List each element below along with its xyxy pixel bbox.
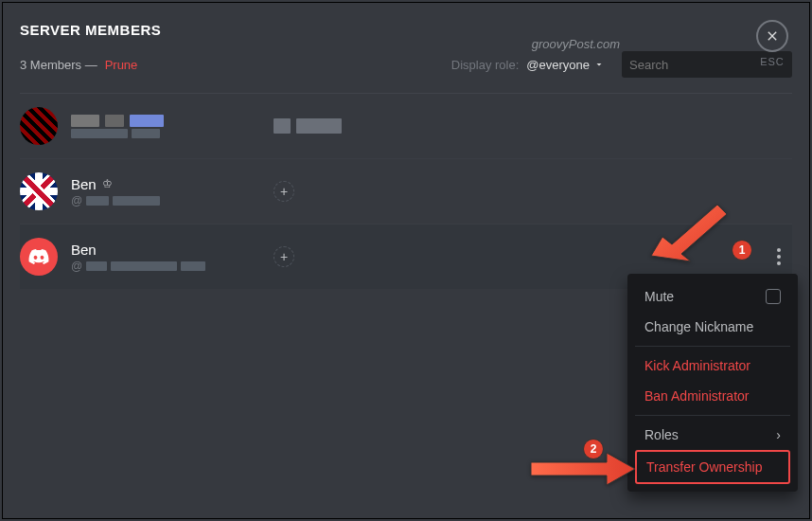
owner-crown-icon: ♔	[102, 177, 113, 190]
avatar	[20, 107, 58, 145]
chevron-down-icon	[593, 59, 605, 70]
more-vertical-icon	[777, 248, 781, 265]
menu-change-nickname[interactable]: Change Nickname	[635, 312, 790, 342]
menu-roles[interactable]: Roles ›	[635, 420, 790, 450]
display-role-label: Display role:	[451, 58, 520, 72]
menu-ban[interactable]: Ban Administrator	[635, 381, 790, 411]
menu-label: Transfer Ownership	[646, 459, 762, 475]
page-title: SERVER MEMBERS	[20, 22, 792, 38]
esc-label: ESC	[756, 56, 788, 67]
avatar	[20, 172, 58, 210]
add-role-button[interactable]: +	[274, 181, 294, 202]
menu-label: Change Nickname	[644, 319, 753, 334]
watermark: groovyPost.com	[532, 37, 620, 51]
svg-marker-0	[651, 205, 727, 261]
prune-link[interactable]: Prune	[105, 58, 138, 72]
menu-mute[interactable]: Mute	[635, 281, 790, 312]
member-name: Ben	[71, 176, 97, 192]
context-menu: Mute Change Nickname Kick Administrator …	[627, 274, 798, 492]
close-button[interactable]	[756, 20, 788, 52]
member-count: 3 Members —	[20, 58, 97, 72]
member-handle: @	[71, 260, 82, 273]
menu-kick[interactable]: Kick Administrator	[635, 350, 790, 381]
role-filter-dropdown[interactable]: @everyone	[526, 58, 605, 72]
close-icon	[765, 28, 780, 44]
checkbox-icon	[766, 289, 781, 304]
menu-label: Roles	[644, 427, 679, 442]
menu-label: Mute	[644, 289, 674, 304]
annotation-arrow	[531, 453, 635, 489]
menu-separator	[635, 346, 790, 347]
annotation-badge: 2	[583, 439, 604, 459]
member-more-button[interactable]	[771, 243, 786, 271]
chevron-right-icon: ›	[776, 427, 781, 442]
add-role-button[interactable]: +	[274, 246, 294, 267]
member-name: Ben	[71, 242, 97, 258]
annotation-arrow	[651, 197, 736, 267]
member-handle: @	[71, 194, 82, 207]
menu-label: Ban Administrator	[644, 388, 750, 404]
menu-label: Kick Administrator	[644, 358, 750, 373]
menu-transfer-ownership[interactable]: Transfer Ownership	[635, 450, 790, 484]
svg-marker-1	[531, 453, 635, 485]
member-row[interactable]	[20, 94, 792, 159]
menu-separator	[635, 415, 790, 416]
avatar	[20, 238, 58, 276]
role-filter-value: @everyone	[526, 58, 590, 72]
annotation-badge: 1	[732, 240, 752, 260]
